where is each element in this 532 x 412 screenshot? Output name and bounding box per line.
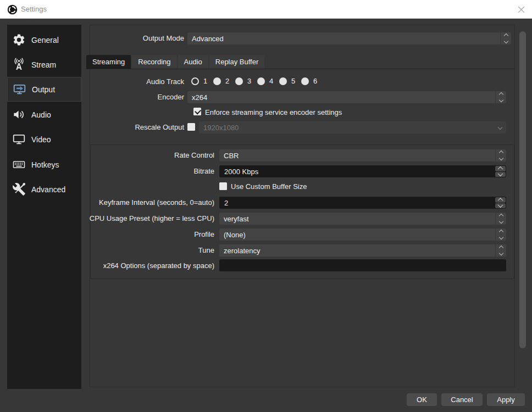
- gear-icon: [12, 33, 26, 47]
- sidebar-item-label: Hotkeys: [31, 160, 59, 169]
- audio-track-radios: 1 2 3 4 5 6: [191, 77, 323, 85]
- bitrate-value: 2000 Kbps: [224, 168, 258, 176]
- bitrate-spinbox[interactable]: 2000 Kbps: [219, 165, 506, 177]
- profile-combo[interactable]: (None): [219, 229, 506, 241]
- audio-track-radio-6[interactable]: [301, 77, 309, 85]
- chevron-updown-icon: [495, 229, 506, 241]
- keyframe-interval-spinbox[interactable]: 2: [219, 197, 506, 209]
- sidebar-item-stream[interactable]: Stream: [7, 52, 81, 77]
- sidebar-item-video[interactable]: Video: [7, 127, 81, 152]
- rescale-resolution-combo: 1920x1080: [199, 121, 506, 133]
- encoder-value: x264: [192, 93, 207, 102]
- monitor-icon: [12, 132, 26, 146]
- audio-track-option-label[interactable]: 2: [225, 77, 229, 85]
- chevron-updown-icon: [495, 213, 506, 225]
- custom-buffer-checkbox[interactable]: [219, 182, 227, 190]
- broadcast-icon: [12, 58, 26, 71]
- rate-control-label: Rate Control: [174, 151, 214, 160]
- audio-track-radio-1[interactable]: [191, 77, 199, 85]
- cancel-button[interactable]: Cancel: [441, 393, 483, 406]
- obs-logo-icon: [7, 4, 18, 15]
- cpu-preset-value: veryfast: [224, 215, 249, 223]
- rate-control-combo[interactable]: CBR: [219, 149, 506, 162]
- sidebar-item-output[interactable]: Output: [7, 77, 81, 102]
- cpu-preset-combo[interactable]: veryfast: [219, 213, 506, 225]
- sidebar-item-hotkeys[interactable]: Hotkeys: [7, 152, 81, 177]
- tab-streaming[interactable]: Streaming: [86, 55, 131, 69]
- bitrate-increment-button[interactable]: [495, 166, 506, 171]
- audio-track-radio-5[interactable]: [279, 77, 287, 85]
- audio-track-radio-3[interactable]: [235, 77, 243, 85]
- tab-audio[interactable]: Audio: [178, 55, 208, 69]
- sidebar-item-label: Output: [32, 85, 55, 94]
- bitrate-decrement-button[interactable]: [495, 172, 506, 177]
- settings-sidebar: General Stream Output Audio: [7, 25, 81, 389]
- rescale-output-label: Rescale Output: [135, 123, 184, 132]
- audio-track-radio-4[interactable]: [257, 77, 265, 85]
- sidebar-item-audio[interactable]: Audio: [7, 102, 81, 127]
- keyframe-decrement-button[interactable]: [495, 203, 506, 209]
- window-title: Settings: [21, 5, 47, 13]
- tools-icon: [12, 182, 26, 196]
- output-mode-value: Advanced: [192, 35, 224, 43]
- tune-label: Tune: [198, 246, 214, 255]
- chevron-updown-icon: [495, 149, 506, 162]
- output-mode-label: Output Mode: [143, 34, 184, 43]
- chevron-down-icon: [498, 125, 502, 130]
- output-mode-combo[interactable]: Advanced: [187, 32, 511, 44]
- tune-value: zerolatency: [224, 247, 260, 255]
- profile-value: (None): [224, 231, 246, 239]
- chevron-updown-icon: [495, 91, 506, 103]
- keyframe-interval-label: Keyframe Interval (seconds, 0=auto): [99, 198, 214, 207]
- sidebar-item-advanced[interactable]: Advanced: [7, 177, 81, 202]
- encoder-combo[interactable]: x264: [187, 91, 506, 103]
- output-tabs: Streaming Recording Audio Replay Buffer: [86, 55, 264, 69]
- keyframe-increment-button[interactable]: [495, 197, 506, 203]
- close-icon[interactable]: [517, 5, 525, 14]
- chevron-updown-icon: [495, 244, 506, 257]
- bitrate-label: Bitrate: [193, 167, 214, 176]
- rescale-output-checkbox[interactable]: [187, 123, 195, 131]
- sidebar-item-label: Audio: [31, 110, 51, 119]
- profile-label: Profile: [194, 230, 214, 239]
- enforce-encoder-checkbox[interactable]: [193, 108, 201, 115]
- audio-track-label: Audio Track: [146, 77, 184, 86]
- chevron-updown-icon: [500, 32, 511, 44]
- keyboard-icon: [12, 158, 26, 171]
- audio-track-option-label[interactable]: 3: [247, 77, 251, 85]
- sidebar-item-general[interactable]: General: [7, 27, 81, 52]
- rescale-resolution-value: 1920x1080: [203, 124, 239, 132]
- tab-recording[interactable]: Recording: [132, 55, 176, 69]
- x264-options-label: x264 Options (separated by space): [103, 261, 214, 270]
- audio-track-option-label[interactable]: 5: [291, 77, 295, 85]
- titlebar[interactable]: Settings: [0, 0, 532, 19]
- audio-track-option-label[interactable]: 4: [269, 77, 273, 85]
- x264-options-input[interactable]: [219, 259, 506, 271]
- output-icon: [13, 82, 26, 96]
- enforce-encoder-label[interactable]: Enforce streaming service encoder settin…: [205, 108, 342, 117]
- custom-buffer-label[interactable]: Use Custom Buffer Size: [231, 182, 307, 191]
- apply-button[interactable]: Apply: [487, 393, 525, 406]
- tune-combo[interactable]: zerolatency: [219, 244, 506, 257]
- audio-track-option-label[interactable]: 6: [313, 77, 317, 85]
- sidebar-item-label: Video: [31, 135, 51, 144]
- cpu-preset-label: CPU Usage Preset (higher = less CPU): [90, 214, 214, 223]
- rate-control-value: CBR: [224, 152, 239, 160]
- sidebar-item-label: Stream: [31, 60, 56, 69]
- keyframe-interval-value: 2: [224, 199, 228, 207]
- sidebar-item-label: General: [31, 36, 59, 44]
- sidebar-item-label: Advanced: [31, 185, 65, 194]
- tabbar-underline: [86, 69, 515, 69]
- vertical-scrollbar[interactable]: [519, 31, 526, 348]
- encoder-label: Encoder: [158, 93, 184, 102]
- tab-replay-buffer[interactable]: Replay Buffer: [209, 55, 265, 69]
- audio-track-option-label[interactable]: 1: [203, 77, 207, 85]
- ok-button[interactable]: OK: [407, 393, 437, 406]
- speaker-icon: [12, 108, 26, 121]
- audio-track-radio-2[interactable]: [213, 77, 221, 85]
